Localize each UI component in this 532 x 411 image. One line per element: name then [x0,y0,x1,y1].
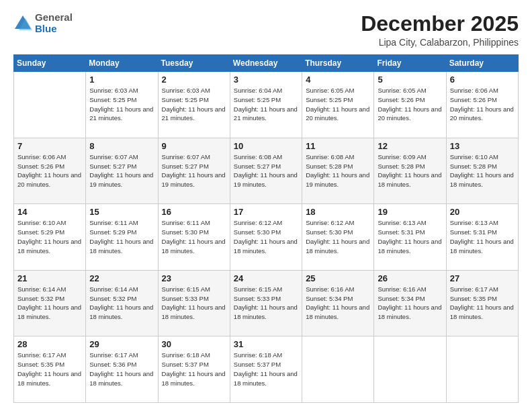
day-info: Sunrise: 6:14 AM Sunset: 5:32 PM Dayligh… [89,285,154,322]
calendar-cell [14,72,86,138]
calendar-cell: 30Sunrise: 6:18 AM Sunset: 5:37 PM Dayli… [158,336,230,403]
day-number: 11 [306,141,370,151]
calendar-cell: 29Sunrise: 6:17 AM Sunset: 5:36 PM Dayli… [86,336,158,403]
day-number: 1 [89,75,154,85]
day-number: 2 [162,75,226,85]
day-number: 28 [17,339,82,349]
day-number: 9 [162,141,226,151]
calendar-week-0: 1Sunrise: 6:03 AM Sunset: 5:25 PM Daylig… [14,72,519,138]
day-number: 24 [234,273,298,283]
day-info: Sunrise: 6:08 AM Sunset: 5:27 PM Dayligh… [234,152,298,189]
day-number: 14 [17,207,82,217]
day-info: Sunrise: 6:05 AM Sunset: 5:25 PM Dayligh… [306,86,370,123]
calendar-cell: 26Sunrise: 6:16 AM Sunset: 5:34 PM Dayli… [374,270,446,336]
calendar-cell: 12Sunrise: 6:09 AM Sunset: 5:28 PM Dayli… [374,138,446,204]
day-number: 13 [450,141,515,151]
col-tuesday: Tuesday [158,55,230,72]
calendar-cell: 7Sunrise: 6:06 AM Sunset: 5:26 PM Daylig… [14,138,86,204]
logo-general: General [35,11,73,23]
calendar-week-1: 7Sunrise: 6:06 AM Sunset: 5:26 PM Daylig… [14,138,519,204]
calendar-cell: 24Sunrise: 6:15 AM Sunset: 5:33 PM Dayli… [230,270,302,336]
logo-icon [13,14,32,33]
day-number: 31 [234,339,298,349]
day-number: 19 [378,207,442,217]
day-info: Sunrise: 6:12 AM Sunset: 5:30 PM Dayligh… [306,218,370,255]
day-info: Sunrise: 6:18 AM Sunset: 5:37 PM Dayligh… [234,351,298,387]
day-info: Sunrise: 6:05 AM Sunset: 5:26 PM Dayligh… [378,86,442,123]
day-info: Sunrise: 6:15 AM Sunset: 5:33 PM Dayligh… [234,285,298,322]
logo-text: General Blue [35,12,73,34]
day-number: 17 [234,207,298,217]
logo-blue: Blue [35,23,57,34]
day-info: Sunrise: 6:12 AM Sunset: 5:30 PM Dayligh… [234,218,298,255]
day-number: 7 [17,141,82,151]
day-info: Sunrise: 6:09 AM Sunset: 5:28 PM Dayligh… [378,152,442,189]
title-block: December 2025 Lipa City, Calabarzon, Phi… [361,12,519,48]
day-info: Sunrise: 6:14 AM Sunset: 5:32 PM Dayligh… [17,285,82,322]
calendar-cell: 27Sunrise: 6:17 AM Sunset: 5:35 PM Dayli… [446,270,518,336]
day-info: Sunrise: 6:18 AM Sunset: 5:37 PM Dayligh… [162,351,226,387]
day-info: Sunrise: 6:03 AM Sunset: 5:25 PM Dayligh… [89,86,154,123]
day-info: Sunrise: 6:15 AM Sunset: 5:33 PM Dayligh… [162,285,226,322]
day-number: 8 [89,141,154,151]
day-number: 26 [378,273,442,283]
calendar-cell: 16Sunrise: 6:11 AM Sunset: 5:30 PM Dayli… [158,204,230,271]
calendar-cell: 2Sunrise: 6:03 AM Sunset: 5:25 PM Daylig… [158,72,230,138]
month-title: December 2025 [361,12,519,36]
calendar-cell: 22Sunrise: 6:14 AM Sunset: 5:32 PM Dayli… [86,270,158,336]
day-number: 6 [450,75,515,85]
col-monday: Monday [86,55,158,72]
logo: General Blue [13,12,73,34]
day-info: Sunrise: 6:11 AM Sunset: 5:29 PM Dayligh… [89,218,154,255]
day-number: 21 [17,273,82,283]
day-info: Sunrise: 6:07 AM Sunset: 5:27 PM Dayligh… [89,152,154,189]
day-info: Sunrise: 6:04 AM Sunset: 5:25 PM Dayligh… [234,86,298,123]
calendar: Sunday Monday Tuesday Wednesday Thursday… [13,54,519,403]
day-info: Sunrise: 6:16 AM Sunset: 5:34 PM Dayligh… [378,285,442,322]
calendar-cell: 1Sunrise: 6:03 AM Sunset: 5:25 PM Daylig… [86,72,158,138]
day-number: 10 [234,141,298,151]
day-info: Sunrise: 6:03 AM Sunset: 5:25 PM Dayligh… [162,86,226,123]
day-info: Sunrise: 6:08 AM Sunset: 5:28 PM Dayligh… [306,152,370,189]
day-number: 29 [89,339,154,349]
day-number: 18 [306,207,370,217]
calendar-cell: 11Sunrise: 6:08 AM Sunset: 5:28 PM Dayli… [302,138,374,204]
calendar-cell: 19Sunrise: 6:13 AM Sunset: 5:31 PM Dayli… [374,204,446,271]
header: General Blue December 2025 Lipa City, Ca… [13,12,519,48]
day-number: 4 [306,75,370,85]
col-thursday: Thursday [302,55,374,72]
day-info: Sunrise: 6:06 AM Sunset: 5:26 PM Dayligh… [17,152,82,189]
col-wednesday: Wednesday [230,55,302,72]
day-info: Sunrise: 6:06 AM Sunset: 5:26 PM Dayligh… [450,86,515,123]
calendar-cell: 13Sunrise: 6:10 AM Sunset: 5:28 PM Dayli… [446,138,518,204]
day-number: 5 [378,75,442,85]
calendar-cell: 5Sunrise: 6:05 AM Sunset: 5:26 PM Daylig… [374,72,446,138]
day-number: 23 [162,273,226,283]
day-number: 22 [89,273,154,283]
day-number: 30 [162,339,226,349]
calendar-cell: 8Sunrise: 6:07 AM Sunset: 5:27 PM Daylig… [86,138,158,204]
day-number: 25 [306,273,370,283]
calendar-cell: 17Sunrise: 6:12 AM Sunset: 5:30 PM Dayli… [230,204,302,271]
calendar-week-2: 14Sunrise: 6:10 AM Sunset: 5:29 PM Dayli… [14,204,519,271]
calendar-cell: 3Sunrise: 6:04 AM Sunset: 5:25 PM Daylig… [230,72,302,138]
calendar-cell: 4Sunrise: 6:05 AM Sunset: 5:25 PM Daylig… [302,72,374,138]
calendar-cell: 31Sunrise: 6:18 AM Sunset: 5:37 PM Dayli… [230,336,302,403]
day-number: 16 [162,207,226,217]
calendar-cell: 28Sunrise: 6:17 AM Sunset: 5:35 PM Dayli… [14,336,86,403]
calendar-cell: 25Sunrise: 6:16 AM Sunset: 5:34 PM Dayli… [302,270,374,336]
col-sunday: Sunday [14,55,86,72]
day-info: Sunrise: 6:17 AM Sunset: 5:36 PM Dayligh… [89,351,154,387]
page: General Blue December 2025 Lipa City, Ca… [0,0,532,411]
day-number: 27 [450,273,515,283]
calendar-cell [302,336,374,403]
calendar-cell [446,336,518,403]
calendar-cell: 20Sunrise: 6:13 AM Sunset: 5:31 PM Dayli… [446,204,518,271]
calendar-cell: 10Sunrise: 6:08 AM Sunset: 5:27 PM Dayli… [230,138,302,204]
day-info: Sunrise: 6:13 AM Sunset: 5:31 PM Dayligh… [450,218,515,255]
day-info: Sunrise: 6:11 AM Sunset: 5:30 PM Dayligh… [162,218,226,255]
day-info: Sunrise: 6:17 AM Sunset: 5:35 PM Dayligh… [17,351,82,387]
day-number: 3 [234,75,298,85]
calendar-week-4: 28Sunrise: 6:17 AM Sunset: 5:35 PM Dayli… [14,336,519,403]
calendar-cell: 9Sunrise: 6:07 AM Sunset: 5:27 PM Daylig… [158,138,230,204]
